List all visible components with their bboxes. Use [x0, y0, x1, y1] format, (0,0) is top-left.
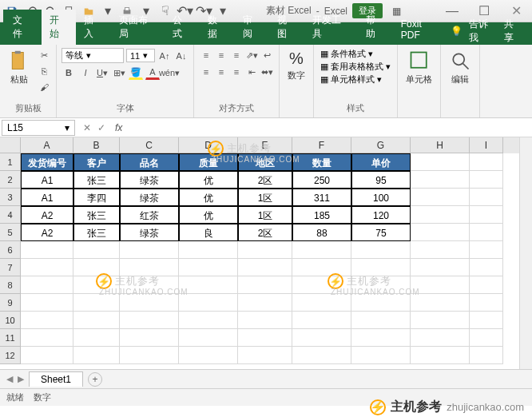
cell[interactable]	[411, 206, 470, 224]
cell[interactable]	[73, 259, 120, 276]
align-mid-icon[interactable]: ≡	[214, 48, 228, 62]
cell[interactable]	[470, 224, 503, 241]
cell[interactable]: 张三	[73, 206, 120, 224]
cell[interactable]	[292, 329, 351, 347]
cell[interactable]: 185	[292, 206, 351, 224]
shrink-font-icon[interactable]: A↓	[174, 49, 189, 63]
indent-dec-icon[interactable]: ⇤	[244, 65, 259, 79]
tab-file[interactable]: 文件	[3, 10, 42, 45]
align-bot-icon[interactable]: ≡	[229, 48, 244, 62]
sheet-nav-prev-icon[interactable]: ◀	[6, 374, 13, 384]
row-header[interactable]: 6	[0, 241, 21, 259]
tab-review[interactable]: 审阅	[235, 10, 270, 45]
cell[interactable]	[470, 276, 503, 294]
name-box[interactable]: L15▾	[2, 120, 75, 136]
cell[interactable]	[73, 241, 120, 259]
format-painter-icon[interactable]: 🖌	[37, 80, 51, 94]
cell[interactable]: 良	[179, 224, 238, 241]
cell[interactable]: 客户	[73, 153, 120, 171]
row-header[interactable]: 8	[0, 276, 21, 294]
cell[interactable]	[179, 329, 238, 347]
tab-view[interactable]: 视图	[269, 10, 304, 45]
cell[interactable]: 1区	[238, 206, 292, 224]
cell[interactable]: 发货编号	[21, 153, 73, 171]
cell[interactable]	[411, 241, 470, 259]
cell[interactable]	[411, 347, 470, 364]
cut-icon[interactable]: ✂	[37, 48, 51, 62]
align-left-icon[interactable]: ≡	[199, 65, 213, 79]
cell[interactable]	[292, 294, 351, 312]
cell[interactable]	[238, 329, 292, 347]
cell[interactable]: 品名	[120, 153, 179, 171]
cell[interactable]	[120, 276, 179, 294]
cell[interactable]: 优	[179, 189, 238, 206]
cell[interactable]	[351, 241, 411, 259]
cell[interactable]: 优	[179, 171, 238, 189]
cell[interactable]	[470, 312, 503, 329]
formula-input[interactable]	[125, 121, 532, 135]
cell[interactable]	[238, 294, 292, 312]
cell[interactable]: A1	[21, 171, 73, 189]
cell[interactable]: 绿茶	[120, 224, 179, 241]
fill-color-icon[interactable]: 🪣	[129, 66, 143, 80]
cell[interactable]	[470, 294, 503, 312]
cell[interactable]	[21, 329, 73, 347]
cell[interactable]	[120, 241, 179, 259]
cell[interactable]: 张三	[73, 171, 120, 189]
cell[interactable]: 质量	[179, 153, 238, 171]
col-header[interactable]: D	[179, 137, 238, 153]
cell[interactable]	[470, 259, 503, 276]
cell[interactable]	[411, 329, 470, 347]
col-header[interactable]: G	[351, 137, 411, 153]
sheet-tab[interactable]: Sheet1	[29, 371, 83, 387]
cell[interactable]	[351, 259, 411, 276]
cancel-formula-icon[interactable]: ✕	[83, 122, 91, 133]
cell[interactable]	[470, 189, 503, 206]
cell[interactable]	[351, 347, 411, 364]
cell[interactable]	[351, 329, 411, 347]
cell[interactable]	[351, 294, 411, 312]
tab-insert[interactable]: 插入	[76, 10, 111, 45]
share-button[interactable]: 共享	[504, 18, 522, 45]
cell[interactable]	[179, 312, 238, 329]
cell[interactable]	[179, 241, 238, 259]
cell[interactable]: 李四	[73, 189, 120, 206]
number-format-button[interactable]: % 数字	[284, 48, 308, 83]
row-header[interactable]: 7	[0, 259, 21, 276]
cell[interactable]	[292, 276, 351, 294]
row-header[interactable]: 2	[0, 171, 21, 189]
fx-icon[interactable]: fx	[112, 122, 125, 133]
paste-button[interactable]: 粘贴	[5, 48, 34, 87]
font-name-combo[interactable]: 等线▾	[62, 48, 124, 63]
confirm-formula-icon[interactable]: ✓	[97, 122, 105, 133]
cell[interactable]: 2区	[238, 224, 292, 241]
col-header[interactable]: F	[292, 137, 351, 153]
cell[interactable]	[411, 276, 470, 294]
cell[interactable]	[73, 347, 120, 364]
tab-data[interactable]: 数据	[200, 10, 235, 45]
cell[interactable]	[470, 206, 503, 224]
cell[interactable]	[238, 312, 292, 329]
cell[interactable]	[238, 276, 292, 294]
cell[interactable]	[73, 294, 120, 312]
cell[interactable]	[292, 312, 351, 329]
col-header[interactable]: C	[120, 137, 179, 153]
cell[interactable]: A2	[21, 206, 73, 224]
select-all-corner[interactable]	[0, 137, 21, 153]
merge-icon[interactable]: ⬌▾	[260, 65, 274, 79]
cell[interactable]	[120, 294, 179, 312]
cell[interactable]	[411, 153, 470, 171]
underline-icon[interactable]: U▾	[95, 66, 109, 80]
tell-me[interactable]: 告诉我	[469, 18, 497, 45]
bold-icon[interactable]: B	[62, 66, 76, 80]
cell[interactable]: 100	[351, 189, 411, 206]
cell[interactable]	[73, 276, 120, 294]
cell[interactable]	[238, 241, 292, 259]
cell[interactable]	[179, 347, 238, 364]
font-size-combo[interactable]: 11▾	[126, 49, 155, 62]
cell[interactable]	[292, 241, 351, 259]
tab-layout[interactable]: 页面布局	[111, 10, 165, 45]
format-as-table-button[interactable]: ▦套用表格格式▾	[319, 61, 392, 73]
cell[interactable]	[21, 347, 73, 364]
cell[interactable]	[120, 329, 179, 347]
